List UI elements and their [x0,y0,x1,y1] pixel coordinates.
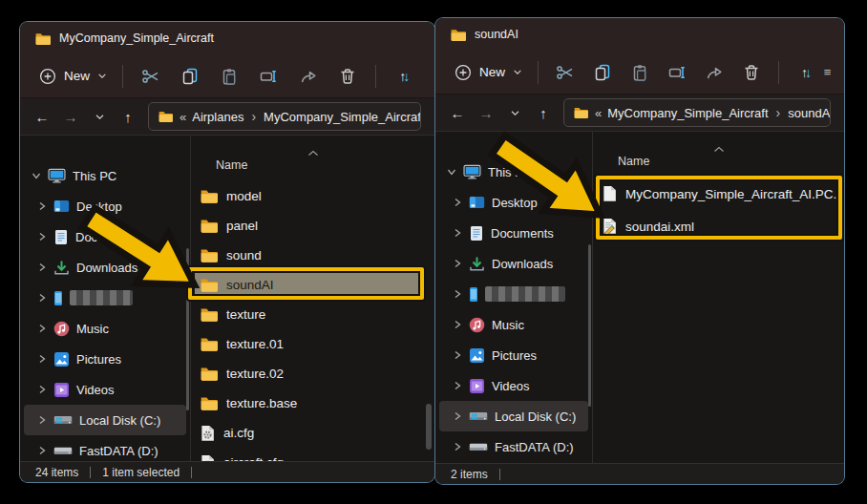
chevron-collapsed-icon[interactable] [453,320,462,329]
breadcrumb-segment[interactable]: soundAI [788,106,831,120]
share-button[interactable] [695,56,732,89]
breadcrumb-chevron-icon[interactable]: › [775,105,782,120]
rename-button[interactable] [249,60,288,93]
chevron-collapsed-icon[interactable] [37,324,47,333]
up-button[interactable]: ↑ [114,102,142,131]
breadcrumb-overflow-icon[interactable]: « [595,106,601,120]
sidebar-item-documents[interactable]: Documents [24,221,186,252]
chevron-collapsed-icon[interactable] [37,354,47,364]
file-row-ai-cfg[interactable]: ai.cfg [195,418,423,448]
toolbar-right: New ↑↓ ≡ [435,51,844,94]
chevron-collapsed-icon[interactable] [37,293,47,303]
chevron-collapsed-icon[interactable] [37,201,47,211]
delete-button[interactable] [328,60,367,93]
file-row-texture-01[interactable]: texture.01 [195,329,423,359]
titlebar-right[interactable]: soundAI [435,18,844,51]
column-header-name[interactable]: Name [593,143,844,178]
local-disk-icon [53,414,73,427]
sidebar-item-pictures[interactable]: Pictures [439,340,588,370]
column-header-name[interactable]: Name [191,147,434,181]
breadcrumb-chevron-icon[interactable]: › [250,109,257,124]
paste-button[interactable] [210,60,249,93]
sidebar-item-redacted[interactable] [24,283,186,313]
sidebar-item-music[interactable]: Music [24,313,186,344]
chevron-collapsed-icon[interactable] [453,381,462,390]
sidebar-item-desktop[interactable]: Desktop [439,187,588,218]
recent-locations-button[interactable] [85,102,114,131]
breadcrumb-segment[interactable]: MyCompany_Simple_Aircraft [264,110,421,124]
share-button[interactable] [288,60,328,93]
chevron-collapsed-icon[interactable] [453,289,462,299]
sidebar-item-this-pc[interactable]: This PC [439,157,588,187]
sidebar-item-this-pc[interactable]: This PC [24,160,186,191]
sort-button[interactable]: ↑↓ [384,60,423,93]
chevron-expanded-icon[interactable] [447,167,456,177]
file-row-soundai-xml[interactable]: soundai.xml [597,210,833,242]
sidebar-scrollbar[interactable] [588,244,591,407]
sidebar-item-downloads[interactable]: Downloads [439,248,588,279]
chevron-collapsed-icon[interactable] [37,262,47,272]
sidebar-item-fastdata-d[interactable]: FastDATA (D:) [24,435,186,461]
sidebar-left: This PC Desktop Documents Downloads [20,136,190,461]
paste-button[interactable] [621,56,658,89]
view-button-partial[interactable]: ≡ [824,56,833,89]
breadcrumb-segment[interactable]: MyCompany_Simple_Aircraft [607,106,768,120]
sidebar-item-fastdata-d[interactable]: FastDATA (D:) [439,431,588,462]
sidebar-item-pictures[interactable]: Pictures [24,344,186,374]
recent-locations-button[interactable] [500,98,529,127]
chevron-collapsed-icon[interactable] [453,350,462,360]
chevron-collapsed-icon[interactable] [453,411,462,421]
file-row-texture-base[interactable]: texture.base [195,388,423,418]
breadcrumb-overflow-icon[interactable]: « [180,110,185,124]
back-button[interactable]: ← [28,102,56,131]
address-bar[interactable]: « Airplanes › MyCompany_Simple_Aircraft … [148,102,421,131]
chevron-collapsed-icon[interactable] [37,446,47,455]
file-row-model[interactable]: model [195,181,423,211]
file-row-soundai-selected[interactable]: soundAI [195,270,423,300]
sidebar-item-redacted[interactable] [439,279,588,309]
sidebar-item-downloads[interactable]: Downloads [24,252,186,283]
chevron-expanded-icon[interactable] [32,171,41,180]
new-button[interactable]: New [447,56,530,89]
up-button[interactable]: ↑ [529,98,558,127]
sidebar-item-videos[interactable]: Videos [439,370,588,401]
file-row-pck[interactable]: MyCompany_Simple_Aircraft_AI.PC.PCK [597,178,833,210]
chevron-collapsed-icon[interactable] [453,442,462,452]
file-row-panel[interactable]: panel [195,211,423,241]
chevron-collapsed-icon[interactable] [37,385,47,394]
file-row-texture-02[interactable]: texture.02 [195,359,423,388]
file-row-sound[interactable]: sound [195,241,423,270]
chevron-collapsed-icon[interactable] [453,228,462,238]
this-pc-icon [48,168,66,183]
chevron-collapsed-icon[interactable] [37,232,47,242]
chevron-collapsed-icon[interactable] [453,259,462,268]
sort-button[interactable]: ↑↓ [787,56,824,89]
chevron-collapsed-icon[interactable] [37,415,47,425]
forward-button[interactable]: → [56,102,85,131]
new-button[interactable]: New [32,60,115,93]
delete-button[interactable] [733,56,771,89]
sidebar-item-local-disk-c[interactable]: Local Disk (C:) [24,405,186,435]
back-button[interactable]: ← [443,98,472,127]
sidebar-scrollbar[interactable] [186,248,189,410]
status-divider [90,467,91,478]
file-row-aircraft-cfg[interactable]: aircraft.cfg [195,448,423,461]
forward-button[interactable]: → [472,98,500,127]
chevron-collapsed-icon[interactable] [453,198,462,207]
copy-button[interactable] [170,60,209,93]
cut-button[interactable] [546,56,583,89]
rename-button[interactable] [658,56,695,89]
file-row-texture[interactable]: texture [195,300,423,329]
toolbar-divider [122,65,123,88]
titlebar-left[interactable]: MyCompany_Simple_Aircraft [20,22,434,54]
sidebar-item-local-disk-c[interactable]: Local Disk (C:) [439,401,588,431]
breadcrumb-segment[interactable]: Airplanes [192,110,243,124]
file-list-scrollbar[interactable] [426,404,432,450]
address-bar[interactable]: « MyCompany_Simple_Aircraft › soundAI [563,98,831,127]
sidebar-item-music[interactable]: Music [439,309,588,340]
sidebar-item-desktop[interactable]: Desktop [24,191,186,221]
sidebar-item-documents[interactable]: Documents [439,218,588,248]
sidebar-item-videos[interactable]: Videos [24,374,186,405]
copy-button[interactable] [583,56,621,89]
cut-button[interactable] [131,60,170,93]
